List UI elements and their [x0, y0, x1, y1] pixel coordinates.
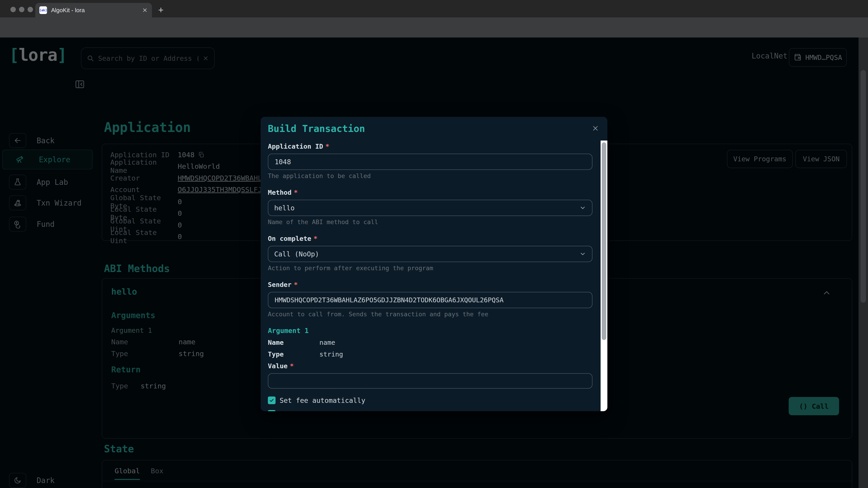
required-asterisk: *: [313, 235, 317, 242]
checkbox-icon[interactable]: [268, 410, 276, 411]
modal-body: Application ID* The application to be ca…: [260, 140, 600, 411]
field-helper: Name of the ABI method to call: [268, 219, 592, 225]
browser-tab[interactable]: [ak] AlgoKit - lora: [35, 3, 152, 18]
value-input[interactable]: [268, 373, 592, 389]
new-tab-button[interactable]: +: [158, 5, 163, 15]
chevron-down-icon: [579, 204, 586, 211]
modal-arg-row: Type string: [268, 350, 592, 358]
browser-toolbar: lora.algokit.io/localnet/application/104…: [0, 18, 868, 37]
required-asterisk: *: [325, 142, 329, 150]
page-scrollbar[interactable]: [859, 37, 868, 488]
field-value-label: Value*: [268, 362, 592, 370]
window-zoom-button[interactable]: [28, 7, 33, 12]
modal-scrollbar-thumb[interactable]: [602, 142, 606, 340]
modal-scrollbar[interactable]: [600, 140, 608, 411]
page-scrollbar-thumb[interactable]: [861, 70, 866, 303]
required-asterisk: *: [294, 281, 298, 289]
required-asterisk: *: [294, 189, 298, 196]
modal-title: Build Transaction: [268, 123, 365, 134]
partial-checkbox-row[interactable]: [268, 410, 592, 411]
field-sender: Sender* Account to call from. Sends the …: [268, 281, 592, 318]
window-close-button[interactable]: [10, 7, 16, 12]
checkbox-checked-icon[interactable]: [268, 396, 276, 404]
application-id-input[interactable]: [268, 154, 592, 170]
tab-title: AlgoKit - lora: [51, 7, 142, 14]
chevron-down-icon: [579, 251, 586, 257]
set-fee-checkbox-row[interactable]: Set fee automatically: [268, 396, 592, 404]
modal-arg-row: Name name: [268, 338, 592, 347]
field-on-complete: On complete* Call (NoOp) Action to perfo…: [268, 234, 592, 271]
field-helper: Action to perform after executing the pr…: [268, 265, 592, 271]
required-asterisk: *: [290, 362, 293, 370]
window-minimize-button[interactable]: [19, 7, 24, 12]
field-helper: Account to call from. Sends the transact…: [268, 311, 592, 318]
close-icon[interactable]: [592, 125, 599, 132]
field-method: Method* hello Name of the ABI method to …: [268, 188, 592, 225]
tab-favicon-icon: [ak]: [39, 6, 47, 14]
on-complete-select[interactable]: Call (NoOp): [268, 246, 592, 262]
sender-input[interactable]: [268, 292, 592, 308]
screen: [ak] AlgoKit - lora + lora.algokit.io/lo…: [0, 0, 868, 488]
tab-close-icon[interactable]: [142, 7, 148, 13]
modal-argument-title: Argument 1: [268, 327, 592, 335]
field-helper: The application to be called: [268, 173, 592, 180]
checkbox-label: Set fee automatically: [280, 396, 365, 404]
browser-tab-strip: [ak] AlgoKit - lora +: [0, 0, 868, 18]
method-select[interactable]: hello: [268, 200, 592, 216]
field-application-id: Application ID* The application to be ca…: [268, 142, 592, 180]
build-transaction-modal: Build Transaction Application ID* The ap…: [260, 117, 608, 411]
